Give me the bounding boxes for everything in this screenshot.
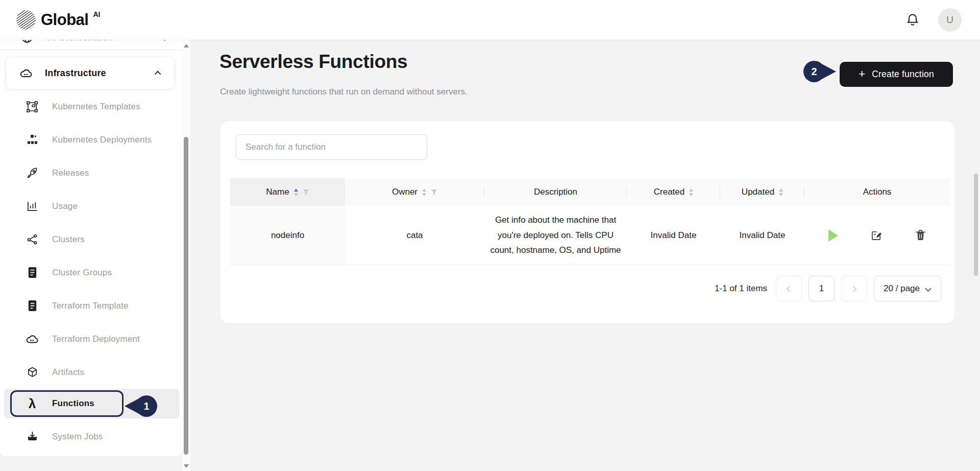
sidebar-item-ai-orchestration[interactable]: AI Orchestration xyxy=(0,40,182,49)
create-function-button[interactable]: + Create function xyxy=(840,62,953,87)
search-input[interactable] xyxy=(236,134,427,160)
create-function-label: Create function xyxy=(872,69,934,80)
sidebar-item-label: Usage xyxy=(52,201,78,211)
sidebar-item-artifacts[interactable]: Artifacts xyxy=(0,356,182,389)
notification-bell-icon[interactable] xyxy=(905,13,920,27)
run-function-icon[interactable] xyxy=(828,229,838,242)
page-subtitle: Create lightweight functions that run on… xyxy=(220,87,468,97)
scroll-up-arrow-icon[interactable] xyxy=(184,44,189,48)
page-title: Serverless Functions xyxy=(219,51,407,73)
column-header-created[interactable]: Created xyxy=(627,178,720,206)
cell-updated: Invalid Date xyxy=(720,206,804,265)
chevron-down-icon xyxy=(161,40,168,41)
cell-description: Get info about the machine that you're d… xyxy=(484,206,627,265)
annotation-step-1-number: 1 xyxy=(143,401,149,412)
sidebar-scrollbar[interactable] xyxy=(182,40,190,471)
cell-owner: cata xyxy=(345,206,484,265)
sidebar-item-label: System Jobs xyxy=(52,432,103,442)
sidebar-item-system-jobs[interactable]: System Jobs xyxy=(0,420,182,453)
chevron-down-icon xyxy=(925,285,932,292)
clusters-icon xyxy=(26,233,39,245)
edit-function-icon[interactable] xyxy=(871,229,883,241)
sidebar-item-kubernetes-deployments[interactable]: Kubernetes Deployments xyxy=(0,123,182,156)
sidebar-item-label: Clusters xyxy=(52,234,85,245)
cell-actions xyxy=(804,206,950,265)
sidebar-item-terraform-template[interactable]: Terraform Template xyxy=(0,289,182,322)
sidebar-item-label: Terraform Deployment xyxy=(52,334,140,344)
page-size-value: 20 / page xyxy=(884,284,920,294)
kubernetes-deployments-icon xyxy=(26,134,39,146)
user-avatar[interactable]: U xyxy=(938,8,962,32)
document-icon xyxy=(26,300,39,312)
pagination: 1-1 of 1 items 1 20 / page xyxy=(715,275,941,302)
sort-icon[interactable] xyxy=(779,189,783,196)
sidebar-item-terraform-deployment[interactable]: Terraform Deployment xyxy=(0,322,182,356)
sidebar-item-label: Kubernetes Deployments xyxy=(52,135,152,145)
sidebar-item-kubernetes-templates[interactable]: Kubernetes Templates xyxy=(0,90,182,123)
divider xyxy=(0,50,182,50)
sort-icon[interactable] xyxy=(689,189,693,196)
sidebar-item-label: Functions xyxy=(52,398,94,409)
pagination-total: 1-1 of 1 items xyxy=(715,284,767,294)
column-label: Name xyxy=(266,187,289,197)
sidebar-item-cluster-groups[interactable]: Cluster Groups xyxy=(0,256,182,289)
cloud-icon xyxy=(19,66,33,80)
sidebar-item-usage[interactable]: Usage xyxy=(0,190,182,223)
logo-sup: AI xyxy=(93,10,100,18)
column-label: Description xyxy=(534,187,577,197)
avatar-initial: U xyxy=(946,14,953,26)
sidebar-item-label: Artifacts xyxy=(52,367,84,378)
cloud-icon xyxy=(26,333,39,346)
chevron-up-icon xyxy=(155,70,161,77)
sort-icon[interactable] xyxy=(294,189,298,196)
annotation-step-2-badge: 2 xyxy=(802,60,837,83)
window-scrollbar-thumb[interactable] xyxy=(974,174,978,276)
table-row: nodeinfo cata Get info about the machine… xyxy=(230,206,950,265)
filter-icon[interactable] xyxy=(303,189,309,196)
page-size-select[interactable]: 20 / page xyxy=(874,276,941,301)
column-label: Created xyxy=(654,187,684,197)
logo-globe-icon xyxy=(15,9,37,31)
plus-icon: + xyxy=(859,67,865,81)
lambda-icon: λ xyxy=(26,397,39,410)
pagination-next-button[interactable] xyxy=(841,276,867,301)
sidebar-scrollbar-thumb[interactable] xyxy=(184,137,188,455)
functions-table: Name Owner Description Created Updated xyxy=(230,178,950,265)
sidebar-panel: AI Orchestration Infrastructure xyxy=(0,40,182,456)
kubernetes-templates-icon xyxy=(26,101,39,113)
column-label: Owner xyxy=(392,187,418,197)
column-header-name[interactable]: Name xyxy=(230,178,345,206)
rocket-icon xyxy=(26,167,39,179)
pagination-prev-button[interactable] xyxy=(776,276,802,301)
globe-icon xyxy=(20,40,34,44)
sidebar-item-clusters[interactable]: Clusters xyxy=(0,223,182,256)
logo[interactable]: GlobalAI xyxy=(15,9,100,31)
scroll-down-arrow-icon[interactable] xyxy=(184,464,189,468)
logo-text: Global xyxy=(41,11,88,29)
sidebar-group-label: Infrastructure xyxy=(45,68,106,79)
cube-icon xyxy=(26,366,39,378)
sidebar-group-infrastructure[interactable]: Infrastructure xyxy=(6,57,174,89)
annotation-step-2-number: 2 xyxy=(811,66,817,77)
sidebar-item-label: AI Orchestration xyxy=(48,40,112,43)
cell-created: Invalid Date xyxy=(627,206,720,265)
delete-function-icon[interactable] xyxy=(915,229,926,241)
annotation-step-1-badge: 1 xyxy=(124,394,158,418)
column-header-owner[interactable]: Owner xyxy=(345,178,484,206)
column-header-actions: Actions xyxy=(804,178,950,206)
column-header-updated[interactable]: Updated xyxy=(720,178,804,206)
document-icon xyxy=(26,267,39,278)
filter-icon[interactable] xyxy=(431,189,437,196)
bar-chart-icon xyxy=(26,200,39,212)
column-label: Updated xyxy=(742,187,774,197)
column-header-description: Description xyxy=(484,178,627,206)
column-label: Actions xyxy=(863,187,892,197)
sort-icon[interactable] xyxy=(422,189,426,196)
chevron-right-icon xyxy=(850,286,857,292)
table-header-row: Name Owner Description Created Updated xyxy=(230,178,950,206)
sidebar-item-label: Terraform Template xyxy=(52,301,129,311)
sidebar-item-releases[interactable]: Releases xyxy=(0,156,182,190)
pagination-page-1[interactable]: 1 xyxy=(808,276,835,301)
sidebar-item-label: Cluster Groups xyxy=(52,268,112,278)
top-header: GlobalAI U xyxy=(0,0,980,40)
